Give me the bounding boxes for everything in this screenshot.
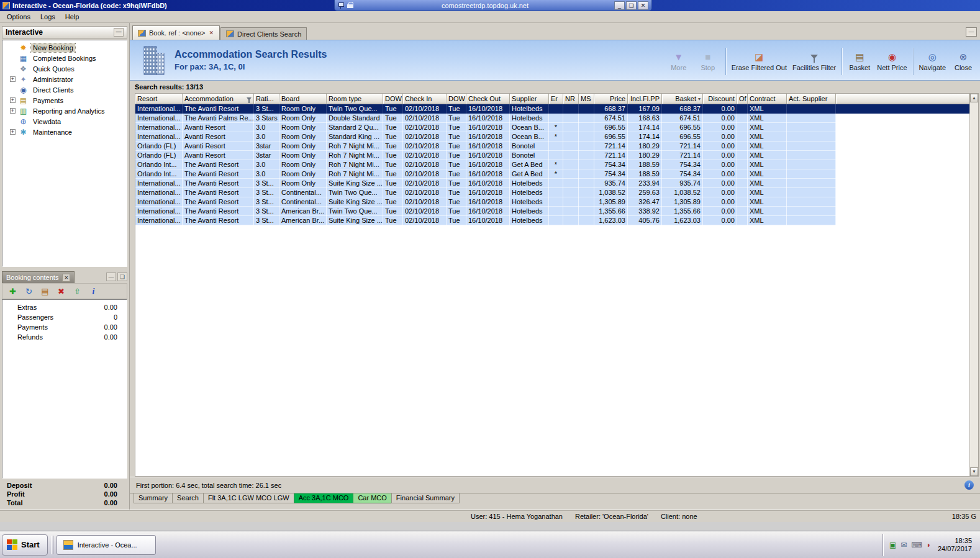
booking-contents-item[interactable]: Passengers0 xyxy=(2,312,127,322)
column-header-rati[interactable]: Rati... xyxy=(254,94,279,104)
table-row[interactable]: Orlando Int...The Avanti Resort3.0Room O… xyxy=(135,169,836,179)
taskbar-grip[interactable] xyxy=(51,536,53,554)
tabstrip-minimize-button[interactable]: — xyxy=(966,27,977,37)
cell-check-out: 16/10/2018 xyxy=(466,114,510,123)
add-button[interactable]: ✚ xyxy=(6,285,20,297)
table-row[interactable]: International...The Avanti Resort3 St...… xyxy=(135,207,836,216)
expand-icon[interactable]: + xyxy=(10,76,16,82)
sidebar-item-quick-quotes[interactable]: ❖Quick Quotes xyxy=(2,63,127,74)
menu-logs[interactable]: Logs xyxy=(35,12,60,22)
rdp-minimize-button[interactable]: _ xyxy=(614,1,625,10)
sidebar-item-new-booking[interactable]: ✸New Booking xyxy=(2,42,127,53)
table-row[interactable]: International...The Avanti Resort3 St...… xyxy=(135,216,836,225)
expand-icon[interactable]: + xyxy=(10,108,16,114)
cell-act-supplier xyxy=(787,169,836,179)
sidebar-item-payments[interactable]: +▤Payments xyxy=(2,95,127,106)
table-row[interactable]: Orlando Int...The Avanti Resort3.0Room O… xyxy=(135,160,836,169)
keyboard-icon[interactable]: ⌨ xyxy=(911,541,922,549)
panel-minimize-icon[interactable]: — xyxy=(106,272,116,281)
scroll-up-icon[interactable]: ▲ xyxy=(970,94,978,102)
bottom-tab-search[interactable]: Search xyxy=(172,493,204,503)
menu-help[interactable]: Help xyxy=(60,12,84,22)
column-header-ms[interactable]: MS xyxy=(579,94,594,104)
column-header-supplier[interactable]: Supplier xyxy=(510,94,549,104)
column-header-contract[interactable]: Contract xyxy=(748,94,787,104)
menu-options[interactable]: Options xyxy=(2,12,35,22)
column-header-act-supplier[interactable]: Act. Supplier xyxy=(787,94,836,104)
cell-accommodation: Avanti Resort xyxy=(183,151,254,160)
column-header-basket[interactable]: Basket▾ xyxy=(662,94,703,104)
info-icon[interactable]: i xyxy=(964,480,974,490)
export-button[interactable]: ⇧ xyxy=(70,285,84,297)
rdp-restore-button[interactable]: ❏ xyxy=(626,1,637,10)
basket-add-button[interactable]: ▤ xyxy=(38,285,52,297)
bottom-tab-car-mco[interactable]: Car MCO xyxy=(353,493,391,503)
tab-direct-clients-search[interactable]: Direct Clients Search xyxy=(220,27,307,40)
column-header-price[interactable]: Price xyxy=(594,94,628,104)
erase-filtered-out-button[interactable]: ◪Erase Filtered Out xyxy=(732,52,787,71)
scroll-down-icon[interactable]: ▼ xyxy=(970,467,978,476)
panel-collapse-button[interactable]: — xyxy=(114,28,124,37)
column-header-incl-fl-pp[interactable]: Incl.Fl.PP xyxy=(628,94,662,104)
column-header-dow[interactable]: DOW xyxy=(383,94,403,104)
taskbar-task-button[interactable]: Interactive - Ocea... xyxy=(57,535,156,555)
nett-price-button[interactable]: ◉Nett Price xyxy=(877,52,907,71)
vertical-scrollbar[interactable]: ▲ ▼ xyxy=(969,94,978,476)
column-header-discount[interactable]: Discount xyxy=(703,94,737,104)
column-header-nr[interactable]: NR xyxy=(563,94,579,104)
delete-button[interactable]: ✖ xyxy=(54,285,68,297)
sidebar-item-maintenance[interactable]: +✱Maintenance xyxy=(2,127,127,137)
basket-button[interactable]: ▤Basket xyxy=(848,52,871,71)
panel-float-icon[interactable]: ❏ xyxy=(117,272,127,281)
refresh-button[interactable]: ↻ xyxy=(22,285,36,297)
column-header-check-in[interactable]: Check In xyxy=(403,94,447,104)
column-header-of[interactable]: Of xyxy=(737,94,748,104)
filter-icon[interactable] xyxy=(247,97,252,101)
sidebar-item-direct-clients[interactable]: ◉Direct Clients xyxy=(2,84,127,95)
close-tab-icon[interactable]: ✕ xyxy=(209,30,215,36)
facilities-filter-button[interactable]: Facilities Filter xyxy=(792,52,836,71)
info-button[interactable]: i xyxy=(86,285,101,297)
bottom-tab-financial-summary[interactable]: Financial Summary xyxy=(391,493,460,503)
sidebar-item-viewdata[interactable]: ⊕Viewdata xyxy=(2,116,127,127)
expand-icon[interactable]: + xyxy=(10,129,16,135)
column-header-board[interactable]: Board xyxy=(279,94,327,104)
table-row[interactable]: International...Avanti Resort3.0Room Onl… xyxy=(135,132,836,142)
table-row[interactable]: International...The Avanti Resort3 St...… xyxy=(135,197,836,207)
column-header-room-type[interactable]: Room type xyxy=(327,94,383,104)
column-label: DOW xyxy=(385,95,402,102)
bottom-tab-flt-3a-1c-lgw-mco-lgw[interactable]: Flt 3A,1C LGW MCO LGW xyxy=(203,493,294,503)
table-row[interactable]: Orlando (FL)Avanti Resort3starRoom OnlyR… xyxy=(135,142,836,151)
table-row[interactable]: International...The Avanti Palms Re...3 … xyxy=(135,114,836,123)
message-icon[interactable]: ✉ xyxy=(901,541,907,549)
bottom-tab-summary[interactable]: Summary xyxy=(134,493,173,503)
table-row[interactable]: International...The Avanti Resort3 St...… xyxy=(135,188,836,197)
booking-contents-item[interactable]: Extras0.00 xyxy=(2,302,127,312)
navigate-button[interactable]: ◎Navigate xyxy=(919,52,946,71)
close-button[interactable]: ⊗Close xyxy=(951,52,975,71)
close-panel-icon[interactable]: ✕ xyxy=(62,274,70,282)
tab-book-ref-none[interactable]: Book. ref : <none>✕ xyxy=(132,25,220,40)
rdp-close-button[interactable]: ✕ xyxy=(638,1,648,10)
column-header-accommodation[interactable]: Accommodation xyxy=(183,94,254,104)
table-row[interactable]: International...The Avanti Resort3 St...… xyxy=(135,104,969,114)
column-header-check-out[interactable]: Check Out xyxy=(466,94,510,104)
sidebar-item-reporting-and-analytics[interactable]: +▥Reporting and Analytics xyxy=(2,106,127,116)
booking-contents-item[interactable]: Refunds0.00 xyxy=(2,332,127,342)
antivirus-icon[interactable]: ▣ xyxy=(889,541,896,549)
pin-icon[interactable] xyxy=(338,2,344,9)
table-row[interactable]: Orlando (FL)Avanti Resort3starRoom OnlyR… xyxy=(135,151,836,160)
booking-contents-item[interactable]: Payments0.00 xyxy=(2,322,127,332)
column-header-er[interactable]: Er xyxy=(549,94,563,104)
table-row[interactable]: International...The Avanti Resort3 St...… xyxy=(135,179,836,188)
sidebar-item-administrator[interactable]: +✦Administrator xyxy=(2,74,127,84)
booking-contents-tab[interactable]: Booking contents ✕ xyxy=(2,271,75,283)
table-row[interactable]: International...Avanti Resort3.0Room Onl… xyxy=(135,123,836,132)
column-header-resort[interactable]: Resort xyxy=(135,94,183,104)
column-header-dow[interactable]: DOW xyxy=(447,94,466,104)
sidebar-item-completed-bookings[interactable]: ▦Completed Bookings xyxy=(2,53,127,63)
bottom-tab-acc-3a-1c-mco[interactable]: Acc 3A,1C MCO xyxy=(294,493,354,503)
expand-icon[interactable]: + xyxy=(10,97,16,103)
start-button[interactable]: Start xyxy=(2,534,48,556)
volume-icon[interactable]: ◗ xyxy=(927,541,931,549)
